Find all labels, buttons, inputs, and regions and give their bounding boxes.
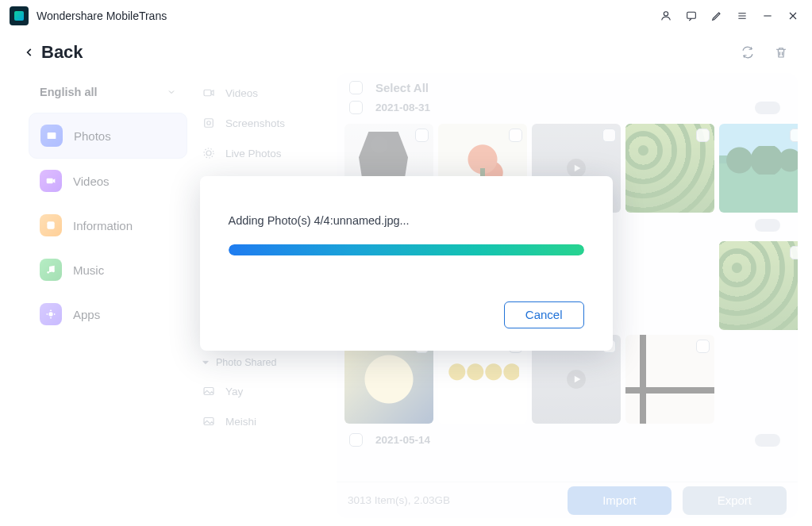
group-checkbox[interactable]	[349, 101, 363, 114]
select-all-row: Select All	[344, 78, 790, 98]
thumbnail-checkbox[interactable]	[415, 129, 429, 142]
cancel-button[interactable]: Cancel	[504, 301, 584, 328]
album-label: Yay	[225, 386, 243, 397]
app-window: Wondershare MobileTrans Back English all	[0, 0, 812, 526]
category-information[interactable]: Information	[29, 203, 187, 248]
category-label: Music	[73, 263, 104, 277]
import-button[interactable]: Import	[568, 486, 672, 515]
group-date: 2021-08-31	[375, 102, 430, 113]
svg-rect-10	[205, 119, 214, 128]
svg-point-13	[204, 148, 214, 158]
group-count-pill	[755, 434, 780, 447]
album-label: Live Photos	[225, 148, 282, 159]
svg-rect-1	[687, 12, 696, 18]
titlebar: Wondershare MobileTrans	[0, 0, 812, 32]
thumbnail-checkbox[interactable]	[696, 340, 710, 353]
photo-thumbnail[interactable]	[625, 124, 714, 213]
category-label: Photos	[74, 129, 111, 143]
svg-point-0	[664, 12, 668, 16]
category-music[interactable]: Music	[29, 248, 187, 292]
section-label: Photo Shared	[216, 357, 276, 368]
photo-shared-section[interactable]: Photo Shared	[192, 349, 337, 376]
album-live-photos[interactable]: Live Photos	[192, 138, 337, 168]
album-label: Videos	[225, 87, 258, 99]
photo-thumbnail[interactable]	[719, 124, 798, 213]
photo-thumbnail[interactable]	[625, 335, 714, 424]
feedback-icon[interactable]	[682, 6, 701, 25]
svg-point-11	[207, 121, 211, 125]
information-icon	[40, 214, 62, 236]
album-label: Meishi	[225, 416, 256, 428]
svg-rect-20	[204, 388, 214, 395]
photos-icon	[40, 125, 63, 147]
language-label: English all	[40, 86, 98, 98]
back-button[interactable]: Back	[24, 42, 83, 63]
modal-message: Adding Photo(s) 4/4:unnamed.jpg...	[229, 214, 584, 227]
category-sidebar: English all Photos Videos Information Mu…	[24, 73, 192, 518]
category-videos[interactable]: Videos	[29, 159, 187, 203]
back-label: Back	[41, 42, 83, 63]
item-stats: 3013 Item(s), 2.03GB	[348, 494, 450, 506]
category-label: Information	[73, 219, 133, 232]
group-count-pill	[755, 219, 780, 232]
album-shared[interactable]: Meishi	[192, 406, 337, 436]
language-selector[interactable]: English all	[29, 78, 187, 113]
progress-bar	[229, 244, 584, 255]
category-label: Videos	[73, 175, 110, 188]
svg-rect-21	[204, 418, 214, 425]
group-checkbox[interactable]	[349, 433, 363, 447]
refresh-icon[interactable]	[741, 45, 755, 60]
group-count-pill	[755, 102, 780, 114]
topbar: Back	[0, 32, 812, 73]
svg-point-7	[52, 271, 55, 273]
thumbnail-checkbox[interactable]	[790, 129, 798, 142]
svg-point-12	[206, 151, 211, 155]
chevron-down-icon	[167, 87, 176, 97]
account-icon[interactable]	[656, 6, 675, 25]
album-shared[interactable]: Yay	[192, 376, 337, 406]
photo-thumbnail[interactable]	[719, 241, 798, 330]
export-button[interactable]: Export	[683, 486, 787, 515]
album-label: Screenshots	[225, 117, 285, 129]
date-group-row: 2021-08-31	[344, 98, 790, 121]
category-photos[interactable]: Photos	[29, 113, 187, 159]
app-title: Wondershare MobileTrans	[37, 10, 167, 22]
select-all-checkbox[interactable]	[349, 81, 363, 94]
category-label: Apps	[73, 308, 100, 321]
group-date: 2021-05-14	[375, 434, 430, 446]
delete-icon[interactable]	[774, 45, 788, 60]
svg-point-6	[47, 271, 49, 274]
music-icon	[40, 259, 62, 281]
thumbnail-checkbox[interactable]	[790, 246, 798, 259]
svg-rect-9	[204, 90, 211, 96]
svg-point-8	[48, 312, 52, 316]
progress-modal: Adding Photo(s) 4/4:unnamed.jpg... Cance…	[200, 176, 613, 351]
svg-rect-5	[47, 221, 54, 228]
date-group-row: 2021-05-14	[344, 430, 790, 453]
progress-fill	[229, 244, 584, 255]
videos-icon	[40, 170, 62, 192]
apps-icon	[40, 303, 62, 325]
select-all-label: Select All	[375, 81, 429, 94]
app-logo	[10, 6, 29, 25]
thumbnail-checkbox[interactable]	[696, 129, 710, 142]
menu-icon[interactable]	[733, 6, 752, 25]
svg-rect-4	[47, 179, 53, 184]
minimize-button[interactable]	[758, 6, 777, 25]
close-button[interactable]	[783, 6, 802, 25]
album-videos[interactable]: Videos	[192, 78, 337, 108]
content-footer: 3013 Item(s), 2.03GB Import Export	[337, 482, 798, 518]
category-apps[interactable]: Apps	[29, 292, 187, 336]
album-screenshots[interactable]: Screenshots	[192, 108, 337, 138]
thumbnail-checkbox[interactable]	[509, 129, 522, 142]
edit-icon[interactable]	[707, 6, 726, 25]
